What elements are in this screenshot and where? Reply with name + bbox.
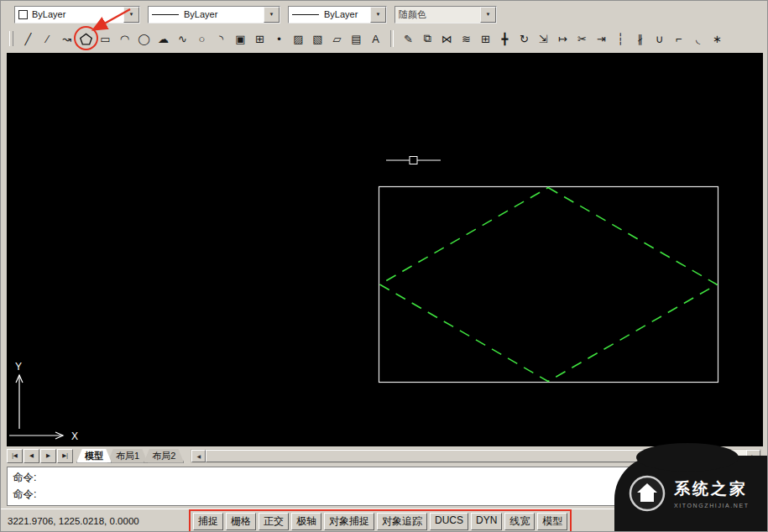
status-toggle-model[interactable]: 模型 bbox=[537, 513, 567, 530]
trim-icon[interactable]: ✂ bbox=[572, 29, 592, 49]
status-toggle-snap[interactable]: 捕捉 bbox=[193, 513, 223, 530]
tab-nav-next[interactable]: ▶ bbox=[40, 449, 56, 463]
site-logo-icon bbox=[628, 474, 666, 513]
line-icon[interactable]: ╱ bbox=[18, 29, 38, 49]
region-icon[interactable]: ▱ bbox=[327, 29, 347, 49]
linetype-combo[interactable]: ByLayer ▼ bbox=[148, 6, 280, 23]
scrollbar-thumb[interactable] bbox=[206, 450, 651, 462]
ucs-x-label: X bbox=[71, 430, 78, 442]
linetype-combo-value: ByLayer bbox=[184, 9, 217, 19]
stretch-icon[interactable]: ↦ bbox=[553, 29, 572, 49]
make-block-icon[interactable]: ⊞ bbox=[250, 29, 269, 49]
chevron-down-icon[interactable]: ▼ bbox=[480, 7, 496, 23]
status-toggle-lineweight[interactable]: 线宽 bbox=[504, 513, 535, 530]
arc-icon[interactable]: ◠ bbox=[115, 29, 134, 49]
scroll-left-icon[interactable]: ◀ bbox=[191, 450, 206, 462]
dashed-diamond-entity[interactable] bbox=[380, 188, 718, 382]
rectangle-icon[interactable]: ▭ bbox=[96, 29, 115, 49]
revcloud-icon[interactable]: ☁ bbox=[154, 29, 173, 49]
watermark-site-name: 系统之家 bbox=[674, 478, 750, 500]
status-toggle-ortho[interactable]: 正交 bbox=[259, 513, 289, 530]
watermark-site-domain: XITONGZHIJIA.NET bbox=[674, 503, 750, 509]
rectangle-entity[interactable] bbox=[379, 187, 718, 383]
draw-toolbar: ╱⁄↝▭◠◯☁∿○◝▣⊞•▨▧▱▤A bbox=[18, 29, 385, 49]
table-icon[interactable]: ▤ bbox=[347, 29, 366, 49]
status-toggle-dyn[interactable]: DYN bbox=[471, 513, 502, 530]
explode-icon[interactable]: ∗ bbox=[708, 29, 727, 49]
annotation-highlight-box: 捕捉栅格正交极轴对象捕捉对象追踪DUCSDYN线宽模型 bbox=[189, 509, 572, 532]
gradient-icon[interactable]: ▧ bbox=[308, 29, 327, 49]
model-layout-tabs: 模型布局1布局2 bbox=[76, 449, 184, 463]
join-icon[interactable]: ∪ bbox=[650, 29, 669, 49]
tab-nav-buttons: |◀◀▶▶| bbox=[7, 449, 74, 463]
status-toggle-grid[interactable]: 栅格 bbox=[226, 513, 256, 530]
array-icon[interactable]: ⊞ bbox=[476, 29, 495, 49]
toolbar-separator bbox=[390, 30, 394, 47]
plotstyle-combo-value: 随颜色 bbox=[399, 8, 426, 21]
properties-toolbar: ByLayer ▼ ByLayer ▼ ByLayer ▼ 随颜色 ▼ bbox=[6, 5, 497, 23]
tab-layout1[interactable]: 布局1 bbox=[107, 449, 148, 463]
tab-layout2[interactable]: 布局2 bbox=[144, 449, 184, 463]
fillet-icon[interactable]: ◟ bbox=[688, 29, 708, 49]
circle-icon[interactable]: ◯ bbox=[134, 29, 154, 49]
ucs-y-label: Y bbox=[15, 361, 22, 373]
extend-icon[interactable]: ⇥ bbox=[592, 29, 611, 49]
status-toggle-ducs[interactable]: DUCS bbox=[430, 513, 468, 530]
mtext-icon[interactable]: A bbox=[366, 29, 385, 49]
copy-icon[interactable]: ⧉ bbox=[418, 29, 437, 49]
tab-nav-last[interactable]: ▶| bbox=[57, 449, 73, 463]
chevron-down-icon[interactable]: ▼ bbox=[264, 7, 280, 23]
status-toggle-otrack[interactable]: 对象追踪 bbox=[377, 513, 427, 530]
tab-nav-prev[interactable]: ◀ bbox=[24, 449, 39, 463]
draw-modify-toolbar: ╱⁄↝▭◠◯☁∿○◝▣⊞•▨▧▱▤A ✎⧉⋈≋⊞╋↻⇲↦✂⇥┆∦∪⌐◟∗ bbox=[6, 28, 727, 50]
break-at-point-icon[interactable]: ┆ bbox=[611, 29, 630, 49]
linetype-sample-icon bbox=[152, 14, 179, 15]
status-toggles: 捕捉栅格正交极轴对象捕捉对象追踪DUCSDYN线宽模型 bbox=[193, 513, 567, 530]
chevron-down-icon[interactable]: ▼ bbox=[123, 7, 139, 23]
polygon-icon[interactable] bbox=[76, 29, 96, 49]
rotate-icon[interactable]: ↻ bbox=[515, 29, 534, 49]
break-icon[interactable]: ∦ bbox=[630, 29, 650, 49]
scale-icon[interactable]: ⇲ bbox=[534, 29, 553, 49]
status-toggle-polar[interactable]: 极轴 bbox=[291, 513, 321, 530]
lineweight-sample-icon bbox=[292, 14, 319, 15]
ellipse-arc-icon[interactable]: ◝ bbox=[212, 29, 231, 49]
color-swatch-icon bbox=[18, 10, 28, 19]
lineweight-combo[interactable]: ByLayer ▼ bbox=[288, 6, 387, 23]
tab-model[interactable]: 模型 bbox=[76, 449, 112, 463]
ucs-icon bbox=[9, 375, 63, 439]
color-combo-value: ByLayer bbox=[32, 9, 65, 19]
crosshair-cursor bbox=[386, 157, 441, 164]
point-icon[interactable]: • bbox=[269, 29, 289, 49]
insert-block-icon[interactable]: ▣ bbox=[231, 29, 250, 49]
drawing-canvas[interactable]: Y X bbox=[7, 53, 763, 446]
tab-nav-first[interactable]: |◀ bbox=[7, 449, 23, 463]
spline-icon[interactable]: ∿ bbox=[173, 29, 192, 49]
construction-line-icon[interactable]: ⁄ bbox=[38, 29, 57, 49]
status-toggle-osnap[interactable]: 对象捕捉 bbox=[324, 513, 374, 530]
toolbar-grip[interactable] bbox=[9, 31, 13, 46]
hatch-icon[interactable]: ▨ bbox=[289, 29, 308, 49]
move-icon[interactable]: ╋ bbox=[495, 29, 515, 49]
chamfer-icon[interactable]: ⌐ bbox=[669, 29, 688, 49]
lineweight-combo-value: ByLayer bbox=[324, 9, 358, 19]
erase-icon[interactable]: ✎ bbox=[399, 29, 418, 49]
color-combo[interactable]: ByLayer ▼ bbox=[14, 6, 140, 23]
mirror-icon[interactable]: ⋈ bbox=[437, 29, 457, 49]
ellipse-icon[interactable]: ○ bbox=[192, 29, 212, 49]
coordinates-readout: 3221.9706, 1225.0218, 0.0000 bbox=[8, 516, 189, 526]
watermark: 系统之家 XITONGZHIJIA.NET bbox=[614, 456, 767, 531]
chevron-down-icon[interactable]: ▼ bbox=[370, 7, 386, 23]
offset-icon[interactable]: ≋ bbox=[457, 29, 476, 49]
polyline-icon[interactable]: ↝ bbox=[57, 29, 76, 49]
canvas-graphics: Y X bbox=[7, 53, 763, 446]
plotstyle-combo[interactable]: 随颜色 ▼ bbox=[394, 6, 497, 23]
modify-toolbar: ✎⧉⋈≋⊞╋↻⇲↦✂⇥┆∦∪⌐◟∗ bbox=[399, 29, 727, 49]
